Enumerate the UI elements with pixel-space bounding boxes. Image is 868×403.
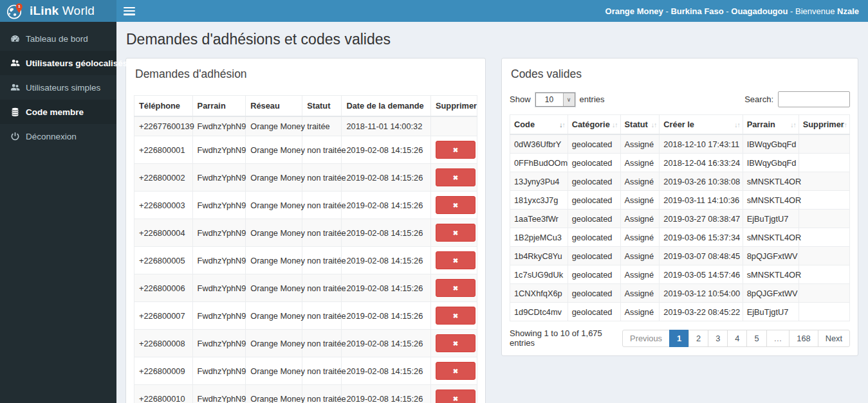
cell-supprimer <box>799 284 849 303</box>
cell-parrain: FwdhzYphN9 <box>192 136 246 164</box>
pagination-link-next[interactable]: Next <box>818 330 850 347</box>
pagination-link-page-168[interactable]: 168 <box>789 330 818 347</box>
sidebar-toggle-button[interactable] <box>124 7 135 15</box>
cell-statut: Assigné <box>620 172 660 191</box>
cell-parrain: FwdhzYphN9 <box>192 247 246 274</box>
cell-date: 2019-02-08 14:15:26 <box>342 385 431 403</box>
delete-request-button[interactable]: ✖ <box>436 279 476 297</box>
cell-supprimer <box>799 134 849 154</box>
cell-date: 2019-02-08 14:15:26 <box>342 302 431 330</box>
codes-column-header-categorie[interactable]: Catégorie↓↑ <box>568 115 620 135</box>
delete-request-button[interactable]: ✖ <box>436 390 476 403</box>
delete-request-button[interactable]: ✖ <box>436 141 476 159</box>
request-row: +226800009FwdhzYphN9Orange Moneynon trai… <box>134 357 477 385</box>
sidebar: $ iLink World Tableau de bordUtilisateur… <box>0 0 116 403</box>
sidebar-item-label: Déconnexion <box>26 132 77 141</box>
codes-column-header-statut[interactable]: Statut↓↑ <box>620 115 660 135</box>
user-info-segment: Burkina Faso <box>670 6 723 16</box>
delete-request-button[interactable]: ✖ <box>436 362 476 380</box>
requests-table-body: +22677600139FwdhzYphN9Orange Moneytraité… <box>134 116 477 403</box>
codes-column-header-supprimer[interactable]: Supprimer↓↑ <box>799 115 849 135</box>
user-info-segment: Nzale <box>837 6 859 16</box>
delete-request-button[interactable]: ✖ <box>436 168 476 186</box>
code-row: 1d9CDtc4mvgeolocatedAssigné2019-03-22 08… <box>510 303 850 321</box>
cell-reseau: Orange Money <box>246 274 302 302</box>
cell-telephone: +226800008 <box>134 330 193 357</box>
requests-column-header: Statut <box>302 96 342 117</box>
cell-parrain: FwdhzYphN9 <box>192 357 246 385</box>
cell-reseau: Orange Money <box>246 164 302 192</box>
table-info: Showing 1 to 10 of 1,675 entries <box>510 328 622 348</box>
request-row: +226800010FwdhzYphN9Orange Moneynon trai… <box>134 385 477 403</box>
delete-request-button[interactable]: ✖ <box>436 334 476 352</box>
request-row: +226800002FwdhzYphN9Orange Moneynon trai… <box>134 164 477 192</box>
cell-date: 2019-02-08 14:15:26 <box>342 357 431 385</box>
pagination-item-page-168: 168 <box>790 330 818 347</box>
code-row: 0dW36UfbrYgeolocatedAssigné2018-12-10 17… <box>510 134 850 154</box>
sort-icon: ↓↑ <box>612 121 618 129</box>
cell-parrain: FwdhzYphN9 <box>192 164 246 192</box>
cell-supprimer: ✖ <box>431 136 477 164</box>
cell-creer-le: 2019-03-05 14:57:46 <box>660 265 743 284</box>
sidebar-item-deconnexion[interactable]: Déconnexion <box>0 124 116 148</box>
sort-icon: ↓↑ <box>651 121 657 129</box>
delete-request-button[interactable]: ✖ <box>436 196 476 214</box>
cell-parrain: FwdhzYphN9 <box>192 302 246 330</box>
cell-statut: non traitée <box>302 330 342 357</box>
cell-creer-le: 2018-12-10 17:43:11 <box>660 134 743 154</box>
cell-statut: Assigné <box>620 134 660 154</box>
delete-request-button[interactable]: ✖ <box>436 251 476 269</box>
sidebar-item-code-membre[interactable]: Code membre <box>0 100 116 124</box>
code-row: 0FFhBudOOmgeolocatedAssigné2018-12-04 16… <box>510 154 850 172</box>
codes-column-header-creer_le[interactable]: Créer le↓↑ <box>660 115 743 135</box>
codes-table: Code↓↑Catégorie↓↑Statut↓↑Créer le↓↑Parra… <box>510 114 850 321</box>
cell-statut: non traitée <box>302 302 342 330</box>
cell-categorie: geolocated <box>568 303 620 321</box>
cell-telephone: +226800001 <box>134 136 193 164</box>
cell-statut: non traitée <box>302 136 342 164</box>
cell-supprimer: ✖ <box>431 274 477 302</box>
pagination-link-page-4[interactable]: 4 <box>727 330 747 347</box>
page-length-select[interactable]: 10 ∨ <box>535 93 575 107</box>
cell-supprimer: ✖ <box>431 219 477 247</box>
cell-statut: Assigné <box>620 247 660 265</box>
brand-title: iLink World <box>30 4 95 18</box>
codes-column-header-parrain[interactable]: Parrain↓↑ <box>743 115 799 135</box>
codes-column-header-code[interactable]: Code↓↑ <box>510 115 568 135</box>
cell-categorie: geolocated <box>568 191 620 210</box>
cell-categorie: geolocated <box>568 154 620 172</box>
sidebar-item-utilisateurs-simples[interactable]: Utilisateurs simples <box>0 75 116 100</box>
cell-statut: non traitée <box>302 274 342 302</box>
sidebar-item-tableau-de-bord[interactable]: Tableau de bord <box>0 26 116 51</box>
pagination-link-page-2[interactable]: 2 <box>688 330 708 347</box>
cell-code: 13Jyny3Pu4 <box>510 172 568 191</box>
cell-statut: Assigné <box>620 191 660 210</box>
requests-table-header-row: TéléphoneParrainRéseauStatutDate de la d… <box>134 96 477 117</box>
request-row: +226800003FwdhzYphN9Orange Moneynon trai… <box>134 192 477 219</box>
cell-statut: non traitée <box>302 219 342 247</box>
cell-reseau: Orange Money <box>246 385 302 403</box>
pagination-link-previous[interactable]: Previous <box>622 330 670 347</box>
page-length-value: 10 <box>536 93 563 106</box>
pagination-link-page-5[interactable]: 5 <box>746 330 766 347</box>
code-row: 1CNXhfqX6pgeolocatedAssigné2019-03-12 10… <box>510 284 850 303</box>
cell-parrain: EjBuTjgtU7 <box>743 210 799 228</box>
cell-parrain: sMNSKTL4OR <box>743 228 799 247</box>
request-row: +226800007FwdhzYphN9Orange Moneynon trai… <box>134 302 477 330</box>
delete-request-button[interactable]: ✖ <box>436 224 476 242</box>
sidebar-item-utilisateurs-geolocalises[interactable]: Utilisateurs géolocalisés <box>0 51 116 75</box>
brand[interactable]: $ iLink World <box>0 0 116 22</box>
search-input[interactable] <box>778 91 850 107</box>
cell-statut: non traitée <box>302 192 342 219</box>
pagination-link-page-1[interactable]: 1 <box>669 330 689 347</box>
code-row: 1aaTee3fWrgeolocatedAssigné2019-03-27 08… <box>510 210 850 228</box>
pagination-item-previous: Previous <box>622 330 670 347</box>
cell-supprimer <box>799 303 849 321</box>
user-info-segment: Orange Money <box>605 6 663 16</box>
pagination-link-page-3[interactable]: 3 <box>708 330 728 347</box>
codes-table-header-row: Code↓↑Catégorie↓↑Statut↓↑Créer le↓↑Parra… <box>510 115 850 135</box>
cell-code: 1B2pjeMCu3 <box>510 228 568 247</box>
code-row: 13Jyny3Pu4geolocatedAssigné2019-03-26 10… <box>510 172 850 191</box>
delete-request-button[interactable]: ✖ <box>436 307 476 325</box>
page-length-control: Show 10 ∨ entries <box>510 93 605 107</box>
